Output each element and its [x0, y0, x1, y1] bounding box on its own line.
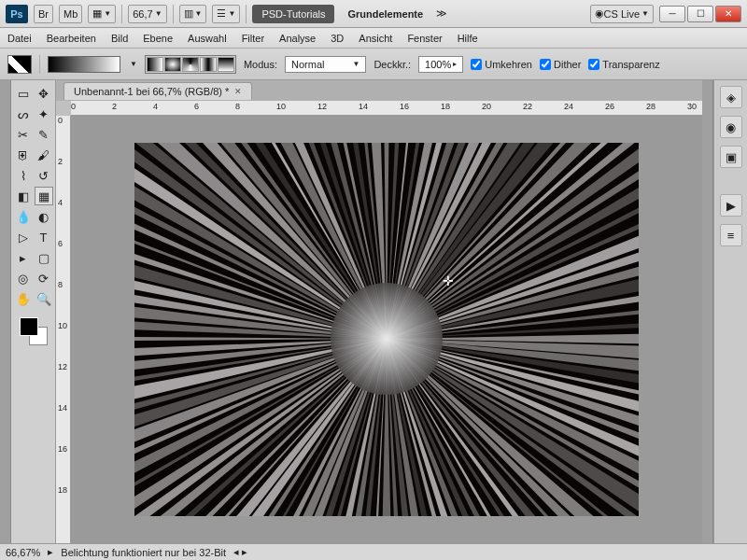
options-bar: ▼ Modus: Normal▼ Deckkr.: 100%▸ Umkehren… [0, 49, 747, 80]
layers-panel-icon[interactable]: ◈ [720, 86, 742, 108]
status-bar: 66,67% ▸ Belichtung funktioniert nur bei… [0, 543, 747, 560]
marquee-tool[interactable]: ▭ [14, 84, 33, 103]
crop-tool[interactable]: ✂ [14, 125, 33, 144]
title-bar: Ps Br Mb ▦▼ 66,7▼ ▥▼ ☰▼ PSD-Tutorials Gr… [0, 0, 747, 28]
eraser-tool[interactable]: ◧ [14, 187, 33, 205]
foreground-color[interactable] [20, 317, 38, 336]
ruler-horizontal[interactable]: 024681012141618202224262830 [71, 101, 702, 116]
type-tool[interactable]: T [35, 228, 53, 246]
actions-panel-icon[interactable]: ▶ [720, 194, 742, 217]
history-brush-tool[interactable]: ↺ [35, 166, 53, 185]
app-logo: Ps [6, 5, 28, 23]
right-dock: ◈ ◉ ▣ ▶ ≡ [713, 80, 747, 543]
menu-filter[interactable]: Filter [242, 33, 264, 44]
workspace-more[interactable]: ≫ [436, 7, 447, 20]
color-swatches[interactable] [18, 315, 49, 347]
gradient-type-group [145, 55, 236, 74]
camera-tool[interactable]: ⟳ [35, 269, 53, 287]
gradient-preview[interactable] [48, 56, 120, 73]
reverse-checkbox[interactable]: Umkehren [471, 59, 532, 70]
blur-tool[interactable]: 💧 [14, 207, 33, 226]
dither-checkbox[interactable]: Dither [540, 59, 581, 70]
zoom-level[interactable]: 66,7▼ [128, 5, 166, 23]
menu-fenster[interactable]: Fenster [407, 33, 442, 44]
eyedropper-tool[interactable]: ✎ [35, 125, 53, 144]
menu-3d[interactable]: 3D [331, 33, 344, 44]
minibridge-button[interactable]: Mb [59, 5, 82, 23]
menu-datei[interactable]: Datei [7, 33, 32, 44]
channels-panel-icon[interactable]: ◉ [720, 116, 742, 138]
document-tab[interactable]: Unbenannt-1 bei 66,7% (RGB/8) *✕ [63, 82, 252, 100]
status-zoom[interactable]: 66,67% [6, 547, 40, 558]
pen-tool[interactable]: ▷ [14, 228, 33, 246]
artwork: ✛ [134, 143, 639, 516]
gradient-diamond[interactable] [218, 57, 234, 72]
magic-wand-tool[interactable]: ✦ [35, 105, 53, 123]
extras-button[interactable]: ☰▼ [212, 5, 240, 23]
hand-tool[interactable]: ✋ [14, 289, 33, 308]
status-message: Belichtung funktioniert nur bei 32-Bit [61, 547, 226, 558]
ruler-vertical[interactable]: 024681012141618 [56, 116, 71, 543]
patch-tool[interactable]: ⛨ [14, 146, 33, 164]
workspace-grundelemente[interactable]: Grundelemente [340, 8, 430, 20]
lasso-tool[interactable]: ᔕ [14, 105, 33, 123]
gradient-linear[interactable] [147, 57, 163, 72]
close-button[interactable]: ✕ [715, 6, 741, 22]
gradient-angle[interactable] [182, 57, 199, 72]
menu-bar: Datei Bearbeiten Bild Ebene Auswahl Filt… [0, 28, 747, 49]
collapse-handle-left[interactable] [0, 80, 11, 543]
modus-label: Modus: [244, 59, 277, 70]
dodge-tool[interactable]: ◐ [35, 207, 53, 226]
modus-dropdown[interactable]: Normal▼ [285, 56, 366, 73]
workspace-psd-tutorials[interactable]: PSD-Tutorials [252, 5, 334, 23]
svg-point-121 [331, 283, 443, 395]
gradient-radial[interactable] [164, 57, 181, 72]
opacity-label: Deckkr.: [374, 59, 411, 70]
stamp-tool[interactable]: ⌇ [14, 166, 33, 185]
menu-bearbeiten[interactable]: Bearbeiten [47, 33, 96, 44]
path-select-tool[interactable]: ▸ [14, 248, 33, 267]
shape-tool[interactable]: ▢ [35, 248, 53, 267]
minimize-button[interactable]: ─ [659, 6, 685, 22]
menu-auswahl[interactable]: Auswahl [188, 33, 227, 44]
menu-analyse[interactable]: Analyse [279, 33, 316, 44]
gradient-tool[interactable]: ▦ [35, 187, 53, 205]
transparency-checkbox[interactable]: Transparenz [588, 59, 659, 70]
tool-preset-icon[interactable] [7, 55, 32, 74]
close-tab-icon[interactable]: ✕ [234, 87, 242, 96]
arrange-button[interactable]: ▥▼ [179, 5, 207, 23]
menu-ansicht[interactable]: Ansicht [359, 33, 392, 44]
maximize-button[interactable]: ☐ [687, 6, 713, 22]
menu-bild[interactable]: Bild [111, 33, 128, 44]
adjustments-panel-icon[interactable]: ▣ [720, 146, 742, 168]
brush-tool[interactable]: 🖌 [35, 146, 53, 164]
menu-ebene[interactable]: Ebene [143, 33, 173, 44]
screen-mode-button[interactable]: ▦▼ [88, 5, 116, 23]
menu-hilfe[interactable]: Hilfe [458, 33, 478, 44]
collapse-handle-right[interactable] [702, 80, 713, 543]
tools-panel: ▭✥ ᔕ✦ ✂✎ ⛨🖌 ⌇↺ ◧▦ 💧◐ ▷T ▸▢ ◎⟳ ✋🔍 [11, 80, 56, 543]
document-tab-bar: Unbenannt-1 bei 66,7% (RGB/8) *✕ [56, 80, 702, 101]
canvas-area[interactable]: ✛ [71, 116, 702, 543]
move-tool[interactable]: ✥ [35, 84, 53, 103]
cs-live-button[interactable]: ◉ CS Live▼ [590, 5, 654, 23]
bridge-button[interactable]: Br [34, 5, 53, 23]
zoom-tool[interactable]: 🔍 [35, 289, 53, 308]
3d-tool[interactable]: ◎ [14, 269, 33, 287]
history-panel-icon[interactable]: ≡ [720, 224, 742, 246]
opacity-field[interactable]: 100%▸ [418, 56, 463, 73]
gradient-reflected[interactable] [200, 57, 217, 72]
